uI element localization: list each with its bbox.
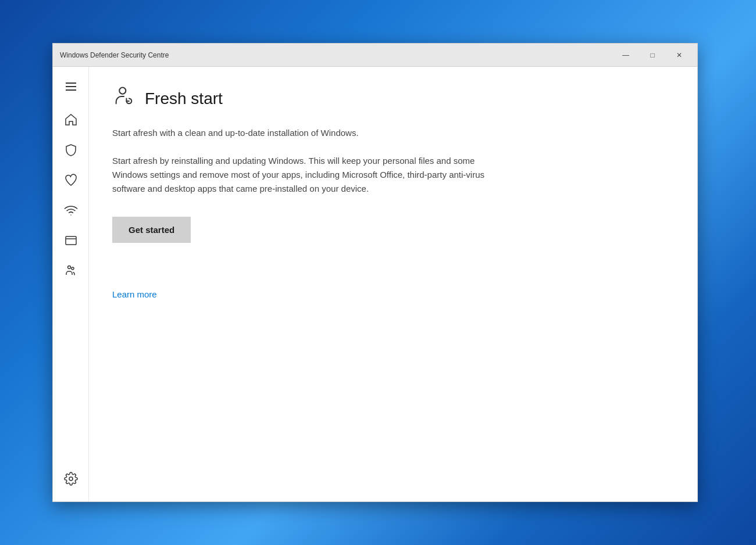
fresh-start-icon [112,84,135,113]
sidebar-item-settings[interactable] [53,464,89,494]
main-content: Fresh start Start afresh with a clean an… [89,67,697,501]
learn-more-link[interactable]: Learn more [112,289,157,299]
sidebar-item-firewall[interactable] [53,196,89,226]
titlebar: Windows Defender Security Centre — □ ✕ [53,44,697,67]
svg-point-4 [69,477,73,481]
wifi-icon [64,203,78,219]
minimize-button[interactable]: — [612,44,639,67]
shield-icon [64,143,78,159]
heart-icon [64,173,78,189]
sidebar-item-virus[interactable] [53,135,89,166]
family-icon [64,264,78,279]
close-button[interactable]: ✕ [666,44,693,67]
page-subtitle: Start afresh with a clean and up-to-date… [112,127,674,140]
sidebar-item-family[interactable] [53,256,89,286]
page-header: Fresh start [112,84,674,113]
window: Windows Defender Security Centre — □ ✕ [52,43,698,502]
svg-point-5 [119,88,126,94]
window-body: Fresh start Start afresh with a clean an… [53,67,697,501]
page-description: Start afresh by reinstalling and updatin… [112,154,508,196]
sidebar-item-health[interactable] [53,166,89,196]
settings-icon [64,472,78,487]
titlebar-controls: — □ ✕ [612,44,693,67]
desktop: Windows Defender Security Centre — □ ✕ [0,0,756,545]
maximize-button[interactable]: □ [639,44,666,67]
window-title: Windows Defender Security Centre [58,51,612,59]
svg-point-2 [67,266,70,268]
sidebar-item-app-browser[interactable] [53,226,89,256]
svg-rect-0 [66,236,76,245]
nav-items [53,105,88,464]
sidebar-item-home[interactable] [53,105,89,135]
home-icon [64,113,78,128]
browser-icon [64,234,78,249]
sidebar [53,67,89,501]
get-started-button[interactable]: Get started [112,217,191,243]
svg-point-3 [72,267,74,270]
hamburger-menu-button[interactable] [53,73,89,101]
page-title: Fresh start [145,89,223,108]
